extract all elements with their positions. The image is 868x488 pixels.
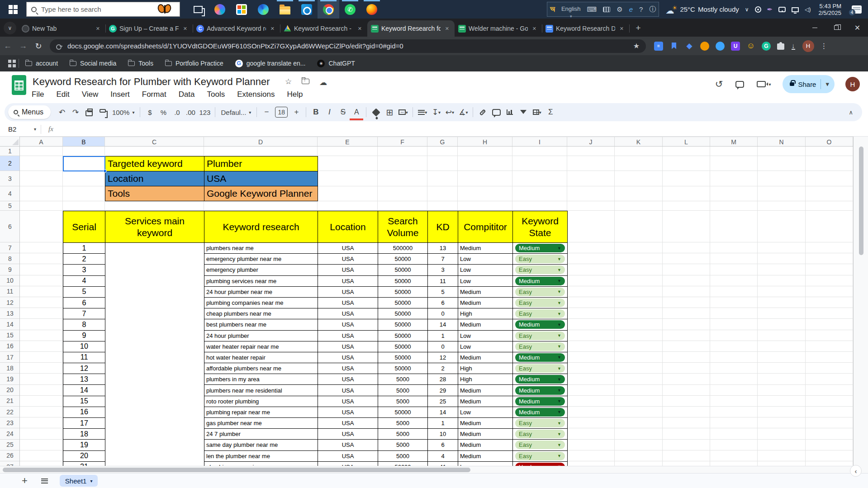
column-header-G[interactable]: G: [427, 137, 458, 147]
kd-cell[interactable]: 1: [428, 418, 458, 429]
browser-tab[interactable]: Keyword Research for Plumber✕: [367, 20, 455, 37]
row-header-19[interactable]: 19: [0, 374, 20, 384]
keyword-cell[interactable]: same day plumber near me: [204, 440, 318, 450]
horizontal-scrollbar[interactable]: [0, 466, 853, 473]
competitor-cell[interactable]: Medium: [458, 352, 513, 363]
kd-cell[interactable]: 28: [428, 374, 458, 385]
keyword-cell[interactable]: emergency plumber: [204, 265, 318, 275]
row-header-24[interactable]: 24: [0, 428, 20, 439]
column-header-D[interactable]: D: [204, 137, 318, 147]
decrease-font-size-button[interactable]: −: [260, 105, 273, 119]
chrome-taskbar-button[interactable]: [318, 0, 339, 19]
row-header-23[interactable]: 23: [0, 417, 20, 428]
outlook-taskbar-button[interactable]: [296, 0, 318, 19]
serial-cell[interactable]: 6: [63, 297, 105, 308]
volume-cell[interactable]: 5000: [378, 385, 428, 396]
extension-icon-3[interactable]: [716, 42, 725, 51]
competitor-cell[interactable]: Low: [458, 341, 513, 352]
keyword-state-dropdown[interactable]: Medium▼: [515, 386, 565, 395]
menu-extensions[interactable]: Extensions: [237, 90, 275, 99]
kd-cell[interactable]: 29: [428, 385, 458, 396]
serial-cell[interactable]: 1: [63, 243, 105, 254]
keyword-cell[interactable]: water heater repair near me: [204, 341, 318, 352]
functions-button[interactable]: Σ: [544, 105, 557, 119]
serial-cell[interactable]: 18: [63, 429, 105, 440]
column-header-F[interactable]: F: [378, 137, 427, 147]
column-header-cell[interactable]: KD: [428, 211, 458, 243]
kd-cell[interactable]: 13: [428, 243, 458, 254]
serial-cell[interactable]: 20: [63, 450, 105, 461]
competitor-cell[interactable]: Medium: [458, 385, 513, 396]
print-button[interactable]: [82, 105, 96, 119]
location-cell[interactable]: USA: [318, 374, 378, 385]
keyword-state-dropdown[interactable]: Easy▼: [515, 419, 565, 427]
row-header-9[interactable]: 9: [0, 264, 20, 275]
row-header-18[interactable]: 18: [0, 363, 20, 374]
toolbar-search-button[interactable]: Menus: [8, 105, 51, 119]
version-history-icon[interactable]: ↺: [715, 79, 723, 90]
volume-cell[interactable]: 50000: [378, 407, 428, 417]
volume-cell[interactable]: 5000: [378, 374, 428, 385]
task-view-taskbar-button[interactable]: [187, 0, 209, 19]
text-color-button[interactable]: A: [350, 105, 363, 119]
insert-chart-button[interactable]: [503, 105, 517, 119]
browser-tab[interactable]: Keyword Research Description -✕: [542, 20, 629, 37]
info-label-cell[interactable]: Location: [105, 171, 204, 186]
row-header-2[interactable]: 2: [0, 156, 20, 171]
volume-cell[interactable]: 50000: [378, 254, 428, 265]
keyword-cell[interactable]: plumbers in my area: [204, 374, 318, 385]
info-label-cell[interactable]: Targeted keyword: [105, 156, 204, 171]
whatsapp-taskbar-button[interactable]: ✆: [339, 0, 361, 19]
record-tray-icon[interactable]: [755, 6, 761, 13]
keyword-state-dropdown[interactable]: Easy▼: [515, 364, 565, 373]
keyword-cell[interactable]: plumbers near me residential: [204, 385, 318, 396]
kd-cell[interactable]: 6: [428, 297, 458, 308]
volume-cell[interactable]: 50000: [378, 297, 428, 308]
name-box[interactable]: B2 ▾: [0, 125, 41, 133]
row-header-14[interactable]: 14: [0, 319, 20, 330]
vertical-scrollbar-thumb[interactable]: [859, 147, 863, 255]
row-header-5[interactable]: 5: [0, 201, 20, 211]
column-header-cell[interactable]: Serial: [63, 211, 105, 243]
keyword-state-dropdown[interactable]: Medium▼: [515, 277, 565, 285]
keyword-state-dropdown[interactable]: Easy▼: [515, 342, 565, 351]
document-title[interactable]: Keyword Research for Plumber with Keywor…: [33, 76, 270, 88]
apps-grid-icon[interactable]: [8, 60, 11, 63]
browser-profile-avatar[interactable]: H: [802, 40, 814, 52]
share-dropdown-icon[interactable]: ▾: [825, 80, 829, 88]
menu-format[interactable]: Format: [142, 90, 166, 99]
row-header-27[interactable]: 27: [0, 461, 20, 466]
competitor-cell[interactable]: Medium: [458, 243, 513, 254]
file-explorer-taskbar-button[interactable]: [274, 0, 296, 19]
site-settings-icon[interactable]: [56, 43, 62, 49]
volume-cell[interactable]: 50000: [378, 275, 428, 286]
column-header-cell[interactable]: Location: [318, 211, 378, 243]
row-header-4[interactable]: 4: [0, 186, 20, 201]
redo-button[interactable]: ↷: [69, 105, 82, 119]
info-value-cell[interactable]: Plumber: [204, 156, 318, 171]
volume-cell[interactable]: 50000: [378, 319, 428, 330]
italic-button[interactable]: I: [323, 105, 336, 119]
location-cell[interactable]: USA: [318, 265, 378, 275]
fill-color-button[interactable]: [369, 105, 383, 119]
competitor-cell[interactable]: Medium: [458, 429, 513, 440]
column-header-cell[interactable]: Keyword research: [204, 211, 318, 243]
location-cell[interactable]: USA: [318, 319, 378, 330]
percent-format-button[interactable]: %: [157, 105, 170, 119]
menu-help[interactable]: Help: [287, 90, 303, 99]
bold-button[interactable]: B: [309, 105, 323, 119]
volume-icon[interactable]: ◁): [805, 6, 811, 13]
keyword-cell[interactable]: best plumbers near me: [204, 319, 318, 330]
browser-tab[interactable]: CAdvanced Keyword research -✕: [193, 20, 280, 37]
bengali-keyboard-icon[interactable]: অ: [550, 5, 555, 14]
tab-close-icon[interactable]: ✕: [181, 25, 189, 33]
font-size-input[interactable]: 18: [275, 107, 288, 118]
volume-cell[interactable]: 5000: [378, 429, 428, 440]
row-header-1[interactable]: 1: [0, 147, 20, 156]
column-header-H[interactable]: H: [458, 137, 512, 147]
number-format-button[interactable]: 123: [197, 105, 212, 119]
sheets-logo-icon[interactable]: [12, 75, 26, 95]
row-header-11[interactable]: 11: [0, 286, 20, 297]
menu-view[interactable]: View: [82, 90, 99, 99]
browser-tab[interactable]: GSign Up – Create a Free Accoun✕: [105, 20, 193, 37]
